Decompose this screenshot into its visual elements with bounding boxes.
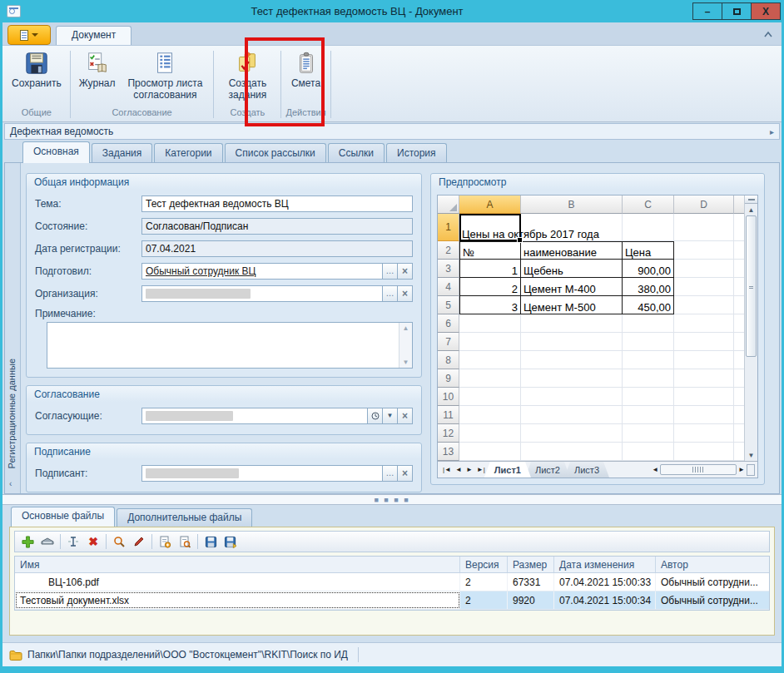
organization-input[interactable] bbox=[141, 285, 383, 302]
column-header-A[interactable]: A bbox=[459, 195, 521, 214]
spreadsheet-cell-A2[interactable]: № bbox=[459, 241, 521, 260]
row-header-6[interactable]: 6 bbox=[438, 314, 459, 333]
spreadsheet-cell-B7[interactable] bbox=[521, 333, 623, 351]
row-header-9[interactable]: 9 bbox=[438, 369, 459, 388]
sheet-tab-1[interactable]: Лист1 bbox=[484, 462, 531, 478]
spreadsheet-cell-D13[interactable] bbox=[674, 443, 734, 461]
create-tasks-button[interactable]: Создать задания bbox=[218, 47, 276, 101]
spreadsheet-cell-D5[interactable] bbox=[674, 296, 734, 314]
spreadsheet-cell-C7[interactable] bbox=[623, 333, 674, 351]
ribbon-tab-document[interactable]: Документ bbox=[56, 26, 131, 45]
delete-icon[interactable]: ✖ bbox=[86, 534, 101, 549]
note-textarea[interactable]: ▲ ▼ bbox=[47, 322, 413, 369]
row-header-3[interactable]: 3 bbox=[438, 260, 459, 278]
spreadsheet-cell-C12[interactable] bbox=[623, 424, 674, 443]
spreadsheet-cell-C6[interactable] bbox=[623, 314, 674, 333]
approvers-clear-button[interactable]: × bbox=[398, 408, 413, 424]
sheet-tab-2[interactable]: Лист2 bbox=[525, 462, 570, 478]
theme-input[interactable]: Тест дефектная ведомость ВЦ bbox=[141, 195, 413, 212]
journal-button[interactable]: Журнал bbox=[75, 47, 120, 90]
scroll-down-icon[interactable]: ▼ bbox=[403, 359, 409, 366]
signer-clear-button[interactable]: × bbox=[398, 465, 413, 482]
file-cell[interactable]: 67331 bbox=[508, 573, 554, 591]
spreadsheet-cell-D8[interactable] bbox=[674, 351, 734, 369]
spreadsheet-cell-B4[interactable]: Цемент М-400 bbox=[521, 278, 623, 296]
approvers-history-button[interactable] bbox=[368, 408, 383, 424]
file-cell[interactable]: 2 bbox=[460, 573, 508, 591]
signer-browse-button[interactable]: … bbox=[383, 465, 398, 482]
column-header-D[interactable]: D bbox=[674, 195, 734, 214]
spreadsheet-cell-D6[interactable] bbox=[674, 314, 734, 333]
spreadsheet-cell-D4[interactable] bbox=[674, 278, 734, 296]
expand-arrow-icon[interactable]: ▸ bbox=[770, 127, 774, 136]
prev-sheet-button[interactable]: ◄ bbox=[454, 465, 464, 474]
minimize-button[interactable]: – bbox=[692, 2, 722, 20]
approvers-dropdown-button[interactable]: ▼ bbox=[383, 408, 398, 424]
prepared-clear-button[interactable]: × bbox=[398, 263, 413, 280]
scrollbar-thumb[interactable] bbox=[746, 215, 757, 357]
organization-browse-button[interactable]: … bbox=[383, 285, 398, 302]
doc-find-icon[interactable] bbox=[177, 534, 192, 549]
spreadsheet-cell-C9[interactable] bbox=[623, 369, 674, 388]
maximize-button[interactable] bbox=[722, 2, 752, 20]
tab-main[interactable]: Основная bbox=[22, 141, 90, 163]
hscroll-left-icon[interactable]: ◄ bbox=[652, 466, 658, 473]
row-header-7[interactable]: 7 bbox=[438, 333, 459, 351]
spreadsheet-cell-A12[interactable] bbox=[459, 424, 521, 443]
tab-categories[interactable]: Категории bbox=[154, 143, 222, 163]
hscroll-right-icon[interactable]: ► bbox=[738, 466, 745, 473]
spreadsheet-cell-C8[interactable] bbox=[623, 351, 674, 369]
row-header-8[interactable]: 8 bbox=[438, 351, 459, 369]
spreadsheet-cell-C5[interactable]: 450,00 bbox=[623, 296, 674, 314]
spreadsheet-cell-B5[interactable]: Цемент М-500 bbox=[521, 296, 623, 314]
prepared-input[interactable]: Обычный сотрудник ВЦ bbox=[141, 263, 383, 280]
ribbon-collapse-button[interactable] bbox=[763, 29, 773, 41]
spreadsheet-cell-D12[interactable] bbox=[674, 424, 734, 443]
spreadsheet-cell-A7[interactable] bbox=[459, 333, 521, 351]
spreadsheet-cell-A11[interactable] bbox=[459, 406, 521, 424]
spreadsheet-cell-B13[interactable] bbox=[521, 443, 623, 461]
spreadsheet-cell-A9[interactable] bbox=[459, 369, 521, 388]
spreadsheet-cell-A5[interactable]: 3 bbox=[459, 296, 521, 314]
next-sheet-button[interactable]: ► bbox=[464, 465, 474, 474]
spreadsheet-cell-B2[interactable]: наименование bbox=[521, 241, 623, 260]
spreadsheet-cell-B6[interactable] bbox=[521, 314, 623, 333]
spreadsheet-cell-A10[interactable] bbox=[459, 388, 521, 406]
save-button[interactable]: Сохранить bbox=[7, 47, 66, 90]
spreadsheet-cell-C13[interactable] bbox=[623, 443, 674, 461]
tab-links[interactable]: Ссылки bbox=[328, 143, 385, 163]
column-header-C[interactable]: C bbox=[623, 195, 674, 214]
spreadsheet-cell-B11[interactable] bbox=[521, 406, 623, 424]
save-file-icon[interactable] bbox=[203, 534, 218, 549]
save-as-icon[interactable] bbox=[223, 534, 238, 549]
file-cell[interactable]: 07.04.2021 15:00:34 bbox=[554, 591, 656, 609]
vertical-scrollbar[interactable]: ▲ ▼ bbox=[744, 195, 757, 461]
spreadsheet-cell-C1[interactable] bbox=[623, 214, 674, 241]
doc-add-icon[interactable] bbox=[157, 534, 172, 549]
spreadsheet-cell-B8[interactable] bbox=[521, 351, 623, 369]
organization-clear-button[interactable]: × bbox=[398, 285, 413, 302]
row-header-11[interactable]: 11 bbox=[438, 406, 459, 424]
row-header-13[interactable]: 13 bbox=[438, 443, 459, 461]
signer-input[interactable] bbox=[141, 465, 383, 482]
spreadsheet-cell-B12[interactable] bbox=[521, 424, 623, 443]
tab-mailing-list[interactable]: Список рассылки bbox=[225, 143, 326, 163]
file-cell[interactable]: 2 bbox=[460, 591, 508, 609]
spreadsheet-cell-C2[interactable]: Цена bbox=[623, 241, 674, 260]
spreadsheet-cell-C4[interactable]: 380,00 bbox=[623, 278, 674, 296]
add-file-icon[interactable] bbox=[20, 534, 35, 549]
tab-history[interactable]: История bbox=[386, 143, 447, 163]
app-menu-button[interactable] bbox=[7, 25, 51, 45]
spreadsheet-cell-A3[interactable]: 1 bbox=[459, 260, 521, 278]
spreadsheet-cell-D11[interactable] bbox=[674, 406, 734, 424]
spreadsheet-cell-D1[interactable] bbox=[674, 214, 734, 241]
row-header-1[interactable]: 1 bbox=[438, 214, 459, 241]
view-icon[interactable] bbox=[112, 534, 127, 549]
file-cell[interactable]: Обычный сотрудни... bbox=[656, 591, 769, 609]
sidebar-registration-data[interactable]: Регистрационные данные ‹ bbox=[5, 163, 21, 493]
estimate-button[interactable]: Смета bbox=[287, 47, 325, 90]
tab-additional-files[interactable]: Дополнительные файлы bbox=[117, 508, 252, 527]
rename-icon[interactable] bbox=[66, 534, 81, 549]
prepared-browse-button[interactable]: … bbox=[383, 263, 398, 280]
collapse-icon[interactable]: ‹ bbox=[9, 479, 12, 488]
